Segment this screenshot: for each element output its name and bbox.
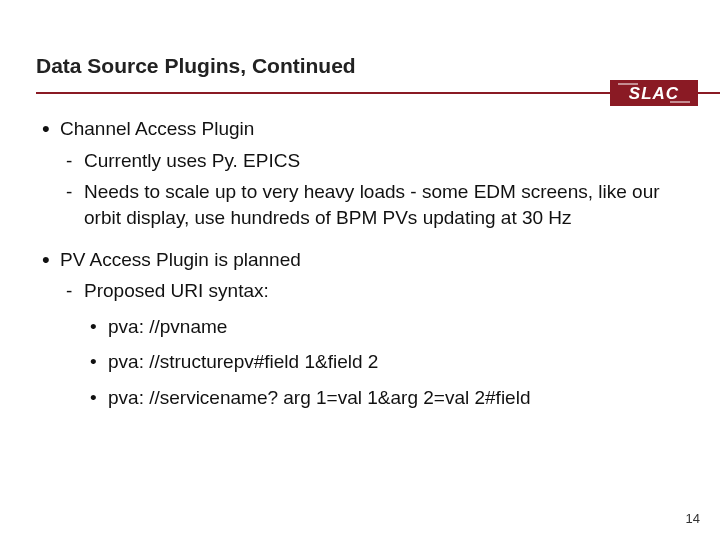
bullet-level3: • pva: //structurepv#field 1&field 2 [90, 349, 678, 375]
bullet-small-dot-icon: • [90, 314, 108, 340]
bullet-text: PV Access Plugin is planned [60, 247, 678, 273]
bullet-level2: - Proposed URI syntax: [66, 278, 678, 304]
bullet-dash-icon: - [66, 179, 84, 230]
bullet-text: pva: //pvname [108, 314, 678, 340]
bullet-level1: • Channel Access Plugin [42, 116, 678, 142]
bullet-text: Currently uses Py. EPICS [84, 148, 678, 174]
slide: Data Source Plugins, Continued SLAC • Ch… [0, 0, 720, 540]
bullet-level2: - Currently uses Py. EPICS [66, 148, 678, 174]
bullet-level3: • pva: //servicename? arg 1=val 1&arg 2=… [90, 385, 678, 411]
bullet-level2: - Needs to scale up to very heavy loads … [66, 179, 678, 230]
bullet-dot-icon: • [42, 247, 60, 273]
bullet-level3: • pva: //pvname [90, 314, 678, 340]
logo-text: SLAC [629, 84, 679, 103]
bullet-text: Needs to scale up to very heavy loads - … [84, 179, 678, 230]
bullet-text: pva: //servicename? arg 1=val 1&arg 2=va… [108, 385, 678, 411]
bullet-level1: • PV Access Plugin is planned [42, 247, 678, 273]
bullet-small-dot-icon: • [90, 385, 108, 411]
page-number: 14 [686, 511, 700, 526]
bullet-dash-icon: - [66, 278, 84, 304]
bullet-dash-icon: - [66, 148, 84, 174]
bullet-text: Proposed URI syntax: [84, 278, 678, 304]
slide-body: • Channel Access Plugin - Currently uses… [42, 108, 678, 411]
bullet-dot-icon: • [42, 116, 60, 142]
slac-logo: SLAC [610, 80, 698, 106]
bullet-text: pva: //structurepv#field 1&field 2 [108, 349, 678, 375]
slide-title: Data Source Plugins, Continued [36, 54, 356, 78]
bullet-text: Channel Access Plugin [60, 116, 678, 142]
bullet-small-dot-icon: • [90, 349, 108, 375]
